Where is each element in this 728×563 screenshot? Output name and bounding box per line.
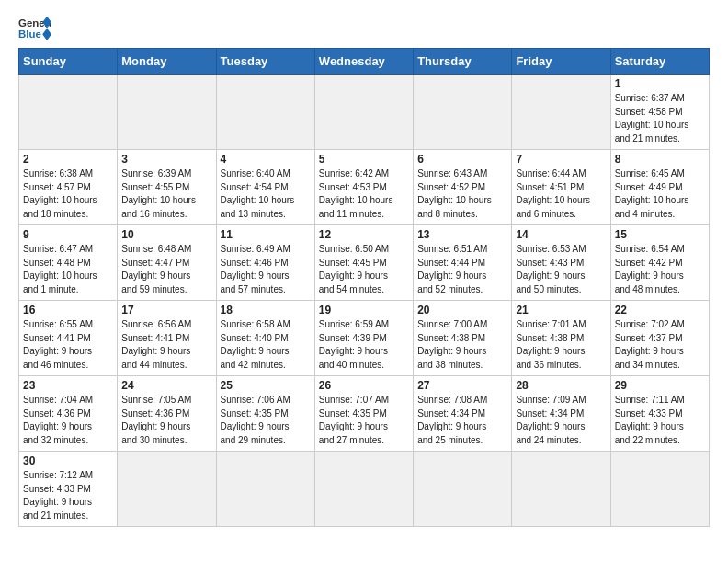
calendar-cell: 3Sunrise: 6:39 AM Sunset: 4:55 PM Daylig… (118, 150, 216, 225)
calendar-cell: 15Sunrise: 6:54 AM Sunset: 4:42 PM Dayli… (610, 225, 709, 301)
day-number: 20 (417, 304, 507, 316)
calendar-week-row: 30Sunrise: 7:12 AM Sunset: 4:33 PM Dayli… (19, 452, 710, 527)
day-info: Sunrise: 6:54 AM Sunset: 4:42 PM Dayligh… (615, 243, 705, 296)
day-number: 25 (221, 379, 311, 392)
day-number: 3 (121, 153, 211, 166)
day-info: Sunrise: 7:05 AM Sunset: 4:36 PM Dayligh… (121, 394, 211, 447)
page: General Blue SundayMondayTuesdayWednesda… (0, 0, 728, 546)
calendar-cell: 21Sunrise: 7:01 AM Sunset: 4:38 PM Dayli… (512, 301, 610, 376)
day-number: 29 (615, 379, 705, 392)
day-number: 22 (615, 304, 705, 316)
calendar-cell (314, 75, 413, 150)
calendar-cell (118, 452, 216, 527)
day-number: 26 (319, 379, 409, 392)
day-number: 10 (121, 228, 211, 241)
day-number: 6 (417, 153, 507, 166)
calendar-cell (118, 75, 216, 150)
calendar-cell (414, 75, 512, 150)
day-number: 16 (23, 304, 113, 316)
day-info: Sunrise: 6:47 AM Sunset: 4:48 PM Dayligh… (23, 243, 113, 296)
calendar-cell: 5Sunrise: 6:42 AM Sunset: 4:53 PM Daylig… (314, 150, 413, 225)
calendar-week-row: 16Sunrise: 6:55 AM Sunset: 4:41 PM Dayli… (19, 301, 710, 376)
calendar-cell: 2Sunrise: 6:38 AM Sunset: 4:57 PM Daylig… (19, 150, 118, 225)
calendar-cell (19, 75, 118, 150)
day-info: Sunrise: 6:51 AM Sunset: 4:44 PM Dayligh… (417, 243, 507, 296)
calendar-cell: 11Sunrise: 6:49 AM Sunset: 4:46 PM Dayli… (216, 225, 314, 301)
day-info: Sunrise: 7:12 AM Sunset: 4:33 PM Dayligh… (23, 469, 113, 523)
day-number: 27 (417, 379, 507, 392)
day-number: 17 (121, 304, 211, 316)
calendar-cell: 25Sunrise: 7:06 AM Sunset: 4:35 PM Dayli… (216, 376, 314, 452)
weekday-saturday: Saturday (610, 49, 709, 75)
day-info: Sunrise: 6:40 AM Sunset: 4:54 PM Dayligh… (221, 167, 311, 221)
calendar-cell: 8Sunrise: 6:45 AM Sunset: 4:49 PM Daylig… (610, 150, 709, 225)
calendar-cell: 1Sunrise: 6:37 AM Sunset: 4:58 PM Daylig… (610, 75, 709, 150)
day-number: 28 (516, 379, 606, 392)
day-info: Sunrise: 6:39 AM Sunset: 4:55 PM Dayligh… (121, 167, 211, 221)
calendar-cell (216, 452, 314, 527)
weekday-sunday: Sunday (19, 49, 118, 75)
calendar-cell: 24Sunrise: 7:05 AM Sunset: 4:36 PM Dayli… (118, 376, 216, 452)
calendar-cell: 30Sunrise: 7:12 AM Sunset: 4:33 PM Dayli… (19, 452, 118, 527)
calendar-cell: 12Sunrise: 6:50 AM Sunset: 4:45 PM Dayli… (314, 225, 413, 301)
weekday-tuesday: Tuesday (216, 49, 314, 75)
day-info: Sunrise: 6:43 AM Sunset: 4:52 PM Dayligh… (417, 167, 507, 221)
calendar-cell: 13Sunrise: 6:51 AM Sunset: 4:44 PM Dayli… (414, 225, 512, 301)
day-info: Sunrise: 6:59 AM Sunset: 4:39 PM Dayligh… (319, 318, 409, 372)
logo-icon: General Blue (18, 15, 51, 40)
day-number: 14 (516, 228, 606, 241)
day-info: Sunrise: 6:38 AM Sunset: 4:57 PM Dayligh… (23, 167, 113, 221)
calendar-cell: 18Sunrise: 6:58 AM Sunset: 4:40 PM Dayli… (216, 301, 314, 376)
header: General Blue (18, 15, 710, 40)
calendar-cell: 26Sunrise: 7:07 AM Sunset: 4:35 PM Dayli… (314, 376, 413, 452)
day-info: Sunrise: 6:49 AM Sunset: 4:46 PM Dayligh… (221, 243, 311, 296)
day-info: Sunrise: 7:08 AM Sunset: 4:34 PM Dayligh… (417, 394, 507, 447)
calendar-cell: 6Sunrise: 6:43 AM Sunset: 4:52 PM Daylig… (414, 150, 512, 225)
day-info: Sunrise: 7:00 AM Sunset: 4:38 PM Dayligh… (417, 318, 507, 372)
weekday-wednesday: Wednesday (314, 49, 413, 75)
day-number: 1 (615, 77, 705, 90)
day-number: 30 (23, 454, 113, 467)
day-number: 21 (516, 304, 606, 316)
day-info: Sunrise: 6:58 AM Sunset: 4:40 PM Dayligh… (221, 318, 311, 372)
calendar-cell (610, 452, 709, 527)
calendar-week-row: 2Sunrise: 6:38 AM Sunset: 4:57 PM Daylig… (19, 150, 710, 225)
calendar-cell: 28Sunrise: 7:09 AM Sunset: 4:34 PM Dayli… (512, 376, 610, 452)
day-number: 5 (319, 153, 409, 166)
day-info: Sunrise: 7:02 AM Sunset: 4:37 PM Dayligh… (615, 318, 705, 372)
calendar-cell (414, 452, 512, 527)
calendar-cell: 7Sunrise: 6:44 AM Sunset: 4:51 PM Daylig… (512, 150, 610, 225)
day-info: Sunrise: 7:11 AM Sunset: 4:33 PM Dayligh… (615, 394, 705, 447)
day-number: 12 (319, 228, 409, 241)
calendar-cell (512, 75, 610, 150)
day-number: 2 (23, 153, 113, 166)
calendar-cell: 14Sunrise: 6:53 AM Sunset: 4:43 PM Dayli… (512, 225, 610, 301)
day-info: Sunrise: 6:42 AM Sunset: 4:53 PM Dayligh… (319, 167, 409, 221)
day-number: 19 (319, 304, 409, 316)
calendar-week-row: 1Sunrise: 6:37 AM Sunset: 4:58 PM Daylig… (19, 75, 710, 150)
day-info: Sunrise: 6:44 AM Sunset: 4:51 PM Dayligh… (516, 167, 606, 221)
calendar-cell (314, 452, 413, 527)
calendar-cell: 16Sunrise: 6:55 AM Sunset: 4:41 PM Dayli… (19, 301, 118, 376)
weekday-friday: Friday (512, 49, 610, 75)
day-info: Sunrise: 6:50 AM Sunset: 4:45 PM Dayligh… (319, 243, 409, 296)
calendar-table: SundayMondayTuesdayWednesdayThursdayFrid… (18, 48, 710, 527)
day-info: Sunrise: 6:53 AM Sunset: 4:43 PM Dayligh… (516, 243, 606, 296)
day-number: 24 (121, 379, 211, 392)
day-number: 7 (516, 153, 606, 166)
day-info: Sunrise: 6:45 AM Sunset: 4:49 PM Dayligh… (615, 167, 705, 221)
calendar-cell: 10Sunrise: 6:48 AM Sunset: 4:47 PM Dayli… (118, 225, 216, 301)
day-info: Sunrise: 6:37 AM Sunset: 4:58 PM Dayligh… (615, 92, 705, 145)
day-info: Sunrise: 6:48 AM Sunset: 4:47 PM Dayligh… (121, 243, 211, 296)
calendar-cell: 23Sunrise: 7:04 AM Sunset: 4:36 PM Dayli… (19, 376, 118, 452)
day-info: Sunrise: 6:55 AM Sunset: 4:41 PM Dayligh… (23, 318, 113, 372)
calendar-cell: 9Sunrise: 6:47 AM Sunset: 4:48 PM Daylig… (19, 225, 118, 301)
day-info: Sunrise: 6:56 AM Sunset: 4:41 PM Dayligh… (121, 318, 211, 372)
svg-text:Blue: Blue (18, 29, 41, 40)
day-number: 18 (221, 304, 311, 316)
calendar-cell (216, 75, 314, 150)
calendar-cell: 20Sunrise: 7:00 AM Sunset: 4:38 PM Dayli… (414, 301, 512, 376)
day-number: 23 (23, 379, 113, 392)
day-number: 8 (615, 153, 705, 166)
weekday-thursday: Thursday (414, 49, 512, 75)
